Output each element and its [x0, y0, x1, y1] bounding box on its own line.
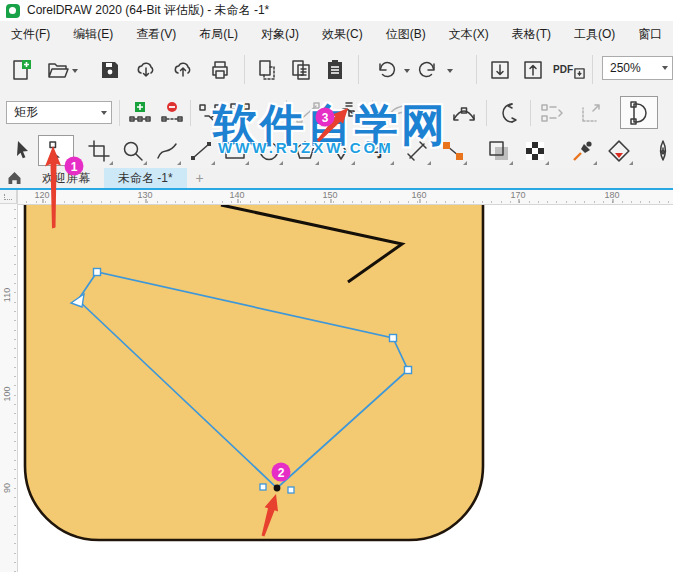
redo-button[interactable]: [414, 56, 442, 84]
curve-node[interactable]: [390, 335, 397, 342]
ruler-label: 90: [2, 474, 12, 502]
break-curve-button[interactable]: [226, 99, 254, 127]
menu-bar: 文件(F) 编辑(E) 查看(V) 布局(L) 对象(J) 效果(C) 位图(B…: [0, 21, 673, 48]
transparency-tool[interactable]: [520, 136, 550, 166]
menu-file[interactable]: 文件(F): [11, 26, 50, 43]
crop-tool[interactable]: [84, 136, 114, 166]
selected-node[interactable]: [274, 485, 281, 492]
rounded-rectangle-object[interactable]: [25, 190, 483, 540]
coreldraw-app-icon: [6, 4, 20, 18]
tab-welcome-screen[interactable]: 欢迎屏幕: [28, 168, 104, 188]
text-tool[interactable]: 字: [365, 136, 395, 166]
standard-toolbar: PDF 250%: [0, 47, 673, 93]
publish-pdf-button[interactable]: PDF: [552, 56, 586, 84]
propbar-separator: [286, 100, 287, 126]
horizontal-ruler[interactable]: 120 130 140 150 160 170 180: [17, 190, 673, 205]
zoom-tool[interactable]: [118, 136, 148, 166]
copy-button[interactable]: [287, 56, 315, 84]
ruler-ticks: [17, 201, 673, 203]
curve-node[interactable]: [94, 269, 101, 276]
toolbar-separator: [592, 55, 593, 84]
undo-dropdown-caret[interactable]: [404, 69, 410, 76]
drawing-canvas[interactable]: [0, 190, 673, 572]
node-control-handle[interactable]: [288, 487, 294, 493]
freehand-tool[interactable]: [152, 136, 182, 166]
propbar-separator: [119, 100, 120, 126]
save-button[interactable]: [96, 56, 124, 84]
menu-table[interactable]: 表格(T): [512, 26, 551, 43]
interactive-fill-tool[interactable]: [604, 136, 634, 166]
new-document-button[interactable]: [7, 56, 35, 84]
menu-edit[interactable]: 编辑(E): [73, 26, 113, 43]
save-to-cloud-button[interactable]: [169, 56, 197, 84]
text-tool-glyph: 字: [372, 141, 388, 162]
extract-subpath-button[interactable]: [538, 99, 566, 127]
ruler-label: 150: [322, 190, 337, 200]
zoom-level-combo[interactable]: 250%: [602, 56, 673, 80]
redo-dropdown-caret[interactable]: [447, 69, 453, 76]
shape-preset-combo[interactable]: 矩形: [6, 101, 112, 124]
vertical-ruler[interactable]: 110 100 90: [0, 190, 18, 572]
rectangle-tool[interactable]: [220, 136, 250, 166]
stretch-nodes-button[interactable]: [578, 99, 606, 127]
menu-view[interactable]: 查看(V): [136, 26, 176, 43]
ruler-origin-corner[interactable]: [0, 190, 17, 204]
pick-tool[interactable]: [8, 136, 38, 166]
add-node-button[interactable]: [126, 99, 154, 127]
property-bar: 矩形: [0, 92, 673, 135]
ruler-label: 170: [510, 190, 525, 200]
toolbox: 字: [0, 134, 673, 169]
convert-to-curve-button[interactable]: [330, 99, 358, 127]
shape-tool[interactable]: [38, 135, 74, 166]
print-button[interactable]: [206, 56, 234, 84]
connector-tool[interactable]: [438, 136, 468, 166]
dimension-tool[interactable]: [402, 136, 432, 166]
symmetrical-node-button[interactable]: [450, 99, 478, 127]
menu-effects[interactable]: 效果(C): [322, 26, 363, 43]
propbar-separator: [530, 100, 531, 126]
menu-tools[interactable]: 工具(O): [574, 26, 615, 43]
cusp-node-button[interactable]: [382, 99, 410, 127]
menu-bitmaps[interactable]: 位图(B): [386, 26, 426, 43]
ruler-label: 160: [411, 190, 426, 200]
polygon-tool[interactable]: [290, 136, 320, 166]
import-button[interactable]: [486, 56, 514, 84]
paste-button[interactable]: [321, 56, 349, 84]
ruler-label: 120: [34, 190, 49, 200]
open-dropdown-caret[interactable]: [72, 69, 78, 76]
convert-to-line-button[interactable]: [294, 99, 322, 127]
menu-text[interactable]: 文本(X): [449, 26, 489, 43]
ruler-label: 100: [2, 380, 12, 408]
cut-button[interactable]: [253, 56, 281, 84]
menu-window[interactable]: 窗口: [638, 26, 662, 43]
common-shapes-tool[interactable]: [326, 136, 356, 166]
smooth-node-button[interactable]: [418, 99, 446, 127]
node-control-handle[interactable]: [260, 484, 266, 490]
toolbar-separator: [358, 55, 359, 84]
window-title: CorelDRAW 2020 (64-Bit 评估版) - 未命名 -1*: [27, 2, 269, 19]
reverse-direction-button[interactable]: [494, 99, 522, 127]
join-nodes-button[interactable]: [196, 99, 224, 127]
shape-combo-caret[interactable]: [101, 111, 107, 118]
coreldraw-window: CorelDRAW 2020 (64-Bit 评估版) - 未命名 -1* 文件…: [0, 0, 673, 572]
toolbar-separator: [244, 55, 245, 84]
close-curve-button[interactable]: [620, 96, 658, 129]
drop-shadow-tool[interactable]: [484, 136, 514, 166]
open-from-cloud-button[interactable]: [132, 56, 160, 84]
delete-node-button[interactable]: [158, 99, 186, 127]
tab-untitled-document[interactable]: 未命名 -1*: [104, 168, 187, 188]
menu-layout[interactable]: 布局(L): [199, 26, 238, 43]
undo-button[interactable]: [372, 56, 400, 84]
home-tab[interactable]: [0, 168, 28, 188]
color-eyedropper-tool[interactable]: [568, 136, 598, 166]
new-document-tab-button[interactable]: +: [187, 168, 213, 188]
open-button[interactable]: [44, 56, 72, 84]
zoom-combo-caret[interactable]: [662, 66, 668, 73]
ellipse-tool[interactable]: [254, 136, 284, 166]
ruler-label: 110: [2, 281, 12, 309]
menu-object[interactable]: 对象(J): [261, 26, 299, 43]
two-point-line-tool[interactable]: [186, 136, 216, 166]
curve-node[interactable]: [405, 367, 412, 374]
outline-pen-tool[interactable]: [648, 136, 673, 166]
export-button[interactable]: [519, 56, 547, 84]
